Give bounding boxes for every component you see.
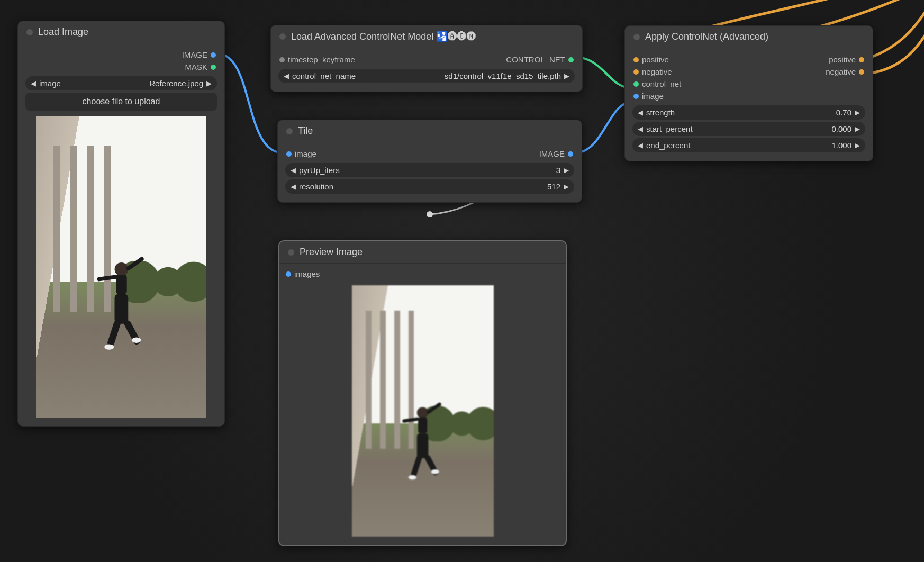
port-label: image <box>295 149 316 158</box>
output-port-positive[interactable]: positive <box>829 53 864 66</box>
port-label: IMAGE <box>539 149 565 158</box>
svg-rect-14 <box>402 418 420 423</box>
svg-rect-6 <box>125 256 144 271</box>
input-port-image[interactable]: image <box>286 148 316 160</box>
node-header[interactable]: Load Advanced ControlNet Model 🛂🅐🅒🅝 <box>271 25 582 48</box>
widget-label: control_net_name <box>289 71 359 80</box>
upload-button[interactable]: choose file to upload <box>25 93 217 111</box>
node-header[interactable]: Tile <box>278 120 582 142</box>
node-title: Tile <box>298 125 313 137</box>
svg-point-18 <box>409 475 416 480</box>
port-label: negative <box>642 67 672 76</box>
arrow-right-icon[interactable]: ▶ <box>564 183 569 191</box>
svg-rect-15 <box>426 402 442 415</box>
svg-rect-16 <box>410 455 422 477</box>
arrow-right-icon[interactable]: ▶ <box>855 141 860 149</box>
arrow-right-icon[interactable]: ▶ <box>564 72 569 80</box>
svg-rect-7 <box>106 320 121 347</box>
port-dot-icon <box>568 151 573 157</box>
output-port-image[interactable]: IMAGE <box>182 49 216 61</box>
arrow-left-icon[interactable]: ◀ <box>31 79 36 87</box>
port-dot-icon <box>633 57 639 62</box>
widget-label: image <box>36 79 64 88</box>
arrow-left-icon[interactable]: ◀ <box>284 72 289 80</box>
port-label: positive <box>642 55 669 64</box>
svg-rect-3 <box>116 275 127 294</box>
widget-strength[interactable]: ◀ strength 0.70 ▶ <box>632 105 865 120</box>
output-port-mask[interactable]: MASK <box>185 61 216 73</box>
port-dot-icon <box>633 69 639 75</box>
port-dot-icon <box>211 65 216 70</box>
widget-value: 1.000 <box>828 141 855 150</box>
port-dot-icon <box>279 57 285 62</box>
widget-label: pyrUp_iters <box>296 166 343 175</box>
widget-resolution[interactable]: ◀ resolution 512 ▶ <box>285 179 574 194</box>
widget-value: 3 <box>553 166 564 175</box>
node-tile[interactable]: Tile image IMAGE ◀ pyrUp_iters 3 ▶ ◀ res… <box>277 120 582 203</box>
arrow-right-icon[interactable]: ▶ <box>206 79 212 87</box>
svg-rect-12 <box>418 418 427 433</box>
port-label: image <box>642 92 664 101</box>
arrow-right-icon[interactable]: ▶ <box>855 108 860 116</box>
svg-point-9 <box>104 344 114 349</box>
node-header[interactable]: Preview Image <box>279 241 566 264</box>
widget-image-combo[interactable]: ◀ image Reference.jpeg ▶ <box>25 76 217 90</box>
widget-value: sd1/control_v11f1e_sd15_tile.pth <box>441 71 564 80</box>
port-dot-icon <box>633 94 639 99</box>
widget-value: 0.70 <box>833 108 855 117</box>
input-port-timestep-keyframe[interactable]: timestep_keyframe <box>279 53 355 66</box>
node-load-acn[interactable]: Load Advanced ControlNet Model 🛂🅐🅒🅝 time… <box>270 25 583 92</box>
arrow-right-icon[interactable]: ▶ <box>564 166 569 174</box>
node-apply-controlnet[interactable]: Apply ControlNet (Advanced) positive neg… <box>624 25 873 161</box>
port-label: IMAGE <box>182 50 207 59</box>
port-dot-icon <box>859 69 864 75</box>
port-label: control_net <box>642 79 681 88</box>
svg-point-19 <box>431 469 439 474</box>
input-port-image[interactable]: image <box>633 90 681 102</box>
port-label: positive <box>829 55 856 64</box>
widget-label: resolution <box>296 182 337 191</box>
svg-rect-5 <box>97 274 117 281</box>
collapse-dot-icon[interactable] <box>279 33 286 40</box>
collapse-dot-icon[interactable] <box>288 249 294 256</box>
port-dot-icon <box>633 81 639 87</box>
widget-control-net-name[interactable]: ◀ control_net_name sd1/control_v11f1e_sd… <box>278 69 575 83</box>
port-label: negative <box>826 67 856 76</box>
widget-label: start_percent <box>643 124 696 133</box>
svg-point-10 <box>131 337 141 342</box>
arrow-left-icon[interactable]: ◀ <box>291 183 296 191</box>
widget-value: Reference.jpeg <box>146 79 206 88</box>
input-port-images[interactable]: images <box>286 268 559 280</box>
node-preview-image[interactable]: Preview Image images <box>278 240 567 546</box>
output-port-control-net[interactable]: CONTROL_NET <box>506 53 574 66</box>
node-title: Load Advanced ControlNet Model 🛂🅐🅒🅝 <box>291 31 476 42</box>
collapse-dot-icon[interactable] <box>26 29 33 35</box>
arrow-right-icon[interactable]: ▶ <box>855 125 860 133</box>
arrow-left-icon[interactable]: ◀ <box>638 125 643 133</box>
input-port-negative[interactable]: negative <box>633 66 681 78</box>
arrow-left-icon[interactable]: ◀ <box>291 166 296 174</box>
node-header[interactable]: Load Image <box>18 21 224 43</box>
collapse-dot-icon[interactable] <box>633 34 640 40</box>
input-port-control-net[interactable]: control_net <box>633 78 681 90</box>
widget-start-percent[interactable]: ◀ start_percent 0.000 ▶ <box>632 122 865 136</box>
output-port-image[interactable]: IMAGE <box>539 148 573 160</box>
node-load-image[interactable]: Load Image IMAGE MASK ◀ image Reference.… <box>17 21 225 427</box>
image-preview[interactable] <box>36 116 206 418</box>
image-preview[interactable] <box>352 285 494 537</box>
input-port-positive[interactable]: positive <box>633 53 681 66</box>
port-label: timestep_keyframe <box>288 55 355 64</box>
arrow-left-icon[interactable]: ◀ <box>638 141 643 149</box>
node-title: Preview Image <box>300 247 363 258</box>
node-title: Apply ControlNet (Advanced) <box>645 31 768 42</box>
svg-rect-13 <box>417 433 428 458</box>
arrow-left-icon[interactable]: ◀ <box>638 108 643 116</box>
output-port-negative[interactable]: negative <box>826 66 864 78</box>
widget-value: 0.000 <box>828 124 855 133</box>
svg-point-1 <box>427 211 433 217</box>
widget-end-percent[interactable]: ◀ end_percent 1.000 ▶ <box>632 138 865 152</box>
collapse-dot-icon[interactable] <box>286 128 293 134</box>
node-header[interactable]: Apply ControlNet (Advanced) <box>625 26 873 48</box>
widget-pyrup-iters[interactable]: ◀ pyrUp_iters 3 ▶ <box>285 163 574 177</box>
port-label: CONTROL_NET <box>506 55 565 64</box>
